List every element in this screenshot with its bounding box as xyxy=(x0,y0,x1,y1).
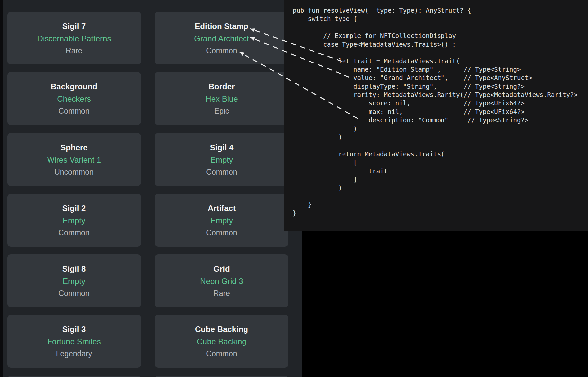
screenshot-stage: Sigil 7Discernable PatternsRareEdition S… xyxy=(0,0,588,377)
trait-rarity: Common xyxy=(155,228,288,237)
traits-grid: Sigil 7Discernable PatternsRareEdition S… xyxy=(0,0,302,377)
trait-card: Sigil 3Fortune SmilesLegendary xyxy=(7,315,141,368)
trait-variant: Fortune Smiles xyxy=(7,337,141,346)
trait-card: SphereWires Varient 1Uncommon xyxy=(7,133,141,186)
trait-card: Sigil 2EmptyCommon xyxy=(7,194,141,247)
trait-title: Artifact xyxy=(155,204,288,213)
trait-title: Background xyxy=(7,82,141,91)
trait-rarity: Common xyxy=(7,107,141,115)
trait-title: Sigil 7 xyxy=(7,22,141,31)
trait-rarity: Common xyxy=(155,168,288,176)
trait-card: Cube BackingCube BackingCommon xyxy=(155,315,288,368)
trait-variant: Discernable Patterns xyxy=(7,34,141,43)
trait-variant: Neon Grid 3 xyxy=(155,277,288,286)
trait-card: Sigil 4EmptyCommon xyxy=(155,133,288,186)
trait-rarity: Rare xyxy=(7,46,141,55)
trait-title: Sigil 8 xyxy=(7,265,141,273)
trait-title: Border xyxy=(155,82,288,91)
trait-rarity: Epic xyxy=(155,107,288,115)
trait-title: Edition Stamp xyxy=(155,22,288,31)
trait-title: Cube Backing xyxy=(155,325,288,334)
trait-title: Grid xyxy=(155,265,288,273)
trait-variant: Empty xyxy=(7,277,141,286)
trait-card: BorderHex BlueEpic xyxy=(155,72,288,125)
trait-rarity: Common xyxy=(155,349,288,358)
trait-title: Sigil 2 xyxy=(7,204,141,213)
trait-title: Sphere xyxy=(7,143,141,152)
trait-variant: Checkers xyxy=(7,95,141,103)
trait-card: BackgroundCheckersCommon xyxy=(7,72,141,125)
trait-rarity: Common xyxy=(7,228,141,237)
trait-rarity: Uncommon xyxy=(7,168,141,176)
trait-title: Sigil 3 xyxy=(7,325,141,334)
trait-variant: Empty xyxy=(7,216,141,225)
trait-card: GridNeon Grid 3Rare xyxy=(155,254,288,307)
trait-rarity: Legendary xyxy=(7,349,141,358)
trait-card: ArtifactEmptyCommon xyxy=(155,194,288,247)
code-snippet: pub fun resolveView(_ type: Type): AnySt… xyxy=(284,0,588,217)
trait-card-partial xyxy=(155,376,288,377)
trait-variant: Empty xyxy=(155,216,288,225)
trait-card-partial xyxy=(7,376,141,377)
trait-variant: Empty xyxy=(155,156,288,164)
trait-rarity: Common xyxy=(7,289,141,298)
trait-card: Edition StampGrand ArchitectCommon xyxy=(155,12,288,64)
trait-rarity: Common xyxy=(155,46,288,55)
trait-title: Sigil 4 xyxy=(155,143,288,152)
trait-rarity: Rare xyxy=(155,289,288,298)
trait-variant: Grand Architect xyxy=(155,34,288,43)
trait-card: Sigil 8EmptyCommon xyxy=(7,254,141,307)
trait-variant: Wires Varient 1 xyxy=(7,156,141,164)
trait-variant: Cube Backing xyxy=(155,337,288,346)
code-panel: pub fun resolveView(_ type: Type): AnySt… xyxy=(284,0,588,231)
trait-card: Sigil 7Discernable PatternsRare xyxy=(7,12,141,64)
trait-variant: Hex Blue xyxy=(155,95,288,103)
